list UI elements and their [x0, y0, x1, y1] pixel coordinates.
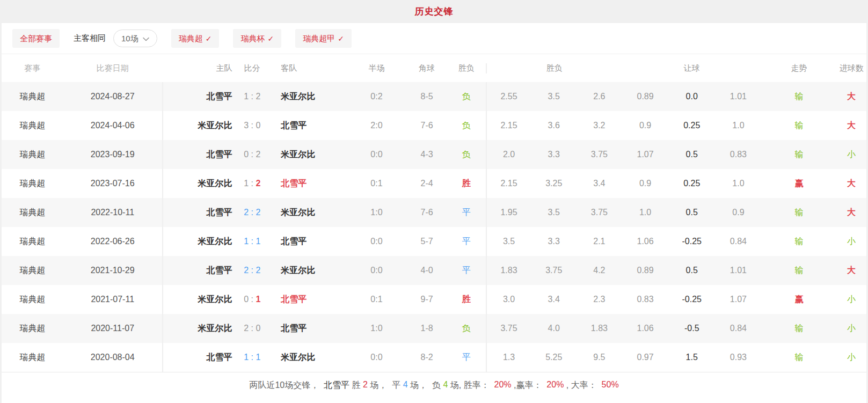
date-cell: 2023-09-19	[63, 150, 162, 159]
result-cell: 平	[447, 236, 486, 247]
title-bar: 历史交锋	[0, 0, 868, 23]
date-cell: 2021-07-11	[63, 295, 162, 304]
summary-segment: 20%	[494, 380, 512, 390]
odds-loss-cell: 3.75	[577, 150, 622, 159]
score-colon: :	[249, 295, 256, 304]
summary-segment: 场，	[408, 380, 432, 391]
away-goals: 0	[256, 324, 260, 333]
odds-win-cell: 1.95	[486, 198, 531, 227]
summary-segment: ,赢率：	[512, 380, 547, 391]
handicap-line-cell: 1.5	[668, 353, 715, 362]
away-team-cell: 米亚尔比	[269, 207, 347, 218]
date-cell: 2024-04-06	[63, 121, 162, 130]
trend-cell: 输	[762, 323, 836, 334]
away-goals: 2	[256, 150, 260, 159]
away-goals: 1	[256, 295, 260, 304]
half-time-cell: 1:0	[347, 208, 407, 217]
away-team-cell: 米亚尔比	[269, 352, 347, 363]
table-row: 瑞典超 2023-09-19 北雪平 0 : 2 米亚尔比 0:0 4-3 负 …	[2, 140, 866, 169]
table-row: 瑞典超 2020-08-04 北雪平 1 : 1 米亚尔比 0:0 8-2 平 …	[2, 343, 866, 372]
goals-over-under-cell: 小	[836, 352, 866, 363]
table-row: 瑞典超 2021-07-11 米亚尔比 0 : 1 北雪平 0:1 9-7 胜 …	[2, 285, 866, 314]
result-cell: 负	[447, 149, 486, 160]
odds-draw-cell: 4.0	[531, 324, 577, 333]
handicap-home-odds-cell: 1.06	[622, 237, 669, 246]
all-events-button[interactable]: 全部赛事	[12, 29, 60, 48]
score-cell: 3 : 0	[235, 121, 269, 130]
odds-win-cell: 3.75	[486, 314, 531, 343]
odds-loss-cell: 4.2	[577, 266, 622, 275]
home-goals: 1	[244, 237, 249, 246]
summary-segment: 2	[363, 380, 368, 390]
summary-segment: 场，	[368, 380, 392, 391]
trend-cell: 输	[762, 352, 836, 363]
date-cell: 2022-10-11	[63, 208, 162, 217]
result-cell: 负	[447, 120, 486, 131]
home-goals: 0	[244, 150, 249, 159]
league-filter-svenska-cupen[interactable]: 瑞典杯 ✓	[233, 29, 281, 48]
date-cell: 2020-11-07	[63, 324, 162, 333]
score-cell: 1 : 1	[235, 353, 269, 362]
header-date: 比赛日期	[63, 63, 162, 74]
odds-draw-cell: 3.3	[531, 150, 577, 159]
odds-loss-cell: 2.3	[577, 295, 622, 304]
table-row: 瑞典超 2022-10-11 北雪平 2 : 2 米亚尔比 1:0 7-6 平 …	[2, 198, 866, 227]
date-cell: 2021-10-29	[63, 266, 162, 275]
table-row: 瑞典超 2022-06-26 米亚尔比 1 : 1 北雪平 0:0 5-7 平 …	[2, 227, 866, 256]
odds-draw-cell: 3.5	[531, 92, 577, 101]
header-result: 胜负	[447, 63, 486, 74]
away-goals: 2	[256, 266, 260, 275]
score-cell: 1 : 2	[235, 92, 269, 101]
odds-loss-cell: 2.1	[577, 237, 622, 246]
odds-win-cell: 2.15	[486, 169, 531, 198]
corners-cell: 8-2	[406, 353, 447, 362]
league-filter-superettan[interactable]: 瑞典超甲 ✓	[295, 29, 352, 48]
summary-segment: , 大率：	[564, 380, 601, 391]
summary-segment: 平	[392, 380, 403, 391]
league-filter-allsvenskan[interactable]: 瑞典超 ✓	[171, 29, 220, 48]
handicap-home-odds-cell: 0.97	[622, 353, 669, 362]
odds-loss-cell: 3.2	[577, 121, 622, 130]
same-home-away-group: 主客相同 10场	[74, 30, 157, 47]
corners-cell: 2-4	[406, 179, 447, 188]
handicap-line-cell: -0.25	[668, 237, 715, 246]
result-cell: 负	[447, 91, 486, 102]
home-team-cell: 北雪平	[162, 256, 236, 285]
date-cell: 2023-07-16	[63, 179, 162, 188]
header-corners: 角球	[406, 63, 447, 74]
home-team-cell: 北雪平	[162, 343, 236, 372]
league-cell: 瑞典超	[2, 120, 63, 131]
away-goals: 2	[256, 92, 260, 101]
score-cell: 0 : 2	[235, 150, 269, 159]
corners-cell: 5-7	[406, 237, 447, 246]
summary-segment: 4	[403, 380, 408, 390]
corners-cell: 4-0	[406, 266, 447, 275]
half-time-cell: 0:1	[347, 295, 407, 304]
half-time-cell: 2:0	[347, 121, 407, 130]
header-trend: 走势	[762, 63, 836, 74]
filter-bar: 全部赛事 主客相同 10场 瑞典超 ✓ 瑞典杯 ✓ 瑞典超甲 ✓	[2, 23, 866, 54]
handicap-line-cell: -0.25	[668, 295, 715, 304]
check-icon: ✓	[206, 35, 212, 42]
date-cell: 2020-08-04	[63, 353, 162, 362]
same-home-away-label: 主客相同	[74, 33, 106, 43]
trend-cell: 赢	[762, 178, 836, 189]
handicap-line-cell: -0.5	[668, 324, 715, 333]
handicap-away-odds-cell: 1.0	[715, 179, 762, 188]
chevron-down-icon	[143, 34, 149, 42]
home-goals: 1	[244, 353, 249, 362]
half-time-cell: 0:1	[347, 179, 407, 188]
table-body: 瑞典超 2024-08-27 北雪平 1 : 2 米亚尔比 0:2 8-5 负 …	[2, 82, 866, 372]
trend-cell: 输	[762, 236, 836, 247]
corners-cell: 8-5	[406, 92, 447, 101]
result-cell: 胜	[447, 294, 486, 305]
handicap-home-odds-cell: 0.89	[622, 266, 669, 275]
corners-cell: 7-6	[406, 121, 447, 130]
table-row: 瑞典超 2023-07-16 米亚尔比 1 : 2 北雪平 0:1 2-4 胜 …	[2, 169, 866, 198]
league-cell: 瑞典超	[2, 294, 63, 305]
match-count-dropdown[interactable]: 10场	[113, 30, 157, 47]
trend-cell: 输	[762, 265, 836, 276]
goals-over-under-cell: 小	[836, 294, 866, 305]
goals-over-under-cell: 小	[836, 236, 866, 247]
score-colon: :	[249, 208, 256, 217]
